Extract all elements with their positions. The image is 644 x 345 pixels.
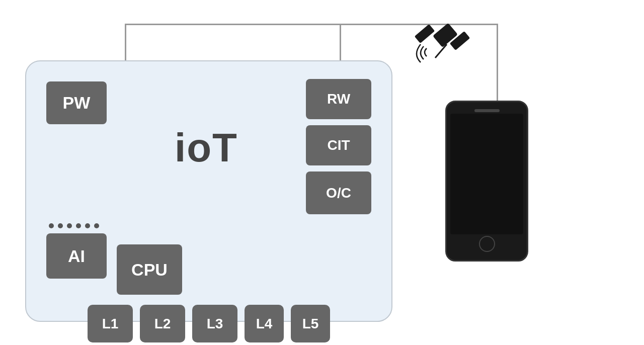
dot <box>94 223 99 228</box>
chip-l3: L3 <box>192 305 237 342</box>
connector-line-left-vert <box>125 24 126 62</box>
phone-speaker <box>474 109 500 112</box>
chip-rw: RW <box>306 79 371 119</box>
dot <box>67 223 72 228</box>
iot-board: PW ioT RW CIT O/C <box>25 60 392 322</box>
phone <box>445 101 528 262</box>
iot-label: ioT <box>175 125 238 171</box>
dot <box>49 223 54 228</box>
dot <box>76 223 81 228</box>
chip-l4: L4 <box>245 305 284 342</box>
phone-home-button <box>479 236 495 252</box>
chip-cit: CIT <box>306 125 371 165</box>
chip-ai: AI <box>46 233 107 279</box>
dot <box>58 223 63 228</box>
connector-line-right-vert-board <box>340 24 341 62</box>
phone-screen <box>450 114 523 234</box>
connector-line-top-horiz <box>125 24 341 25</box>
svg-rect-1 <box>415 24 435 43</box>
chip-oc: O/C <box>306 171 371 214</box>
svg-line-3 <box>435 44 447 58</box>
chip-l2: L2 <box>140 305 185 342</box>
chip-l1: L1 <box>88 305 133 342</box>
chip-l5: L5 <box>291 305 330 342</box>
satellite-icon <box>408 5 478 70</box>
chip-pw: PW <box>46 81 107 124</box>
bottom-chips-row: L1 L2 L3 L4 L5 <box>46 305 371 345</box>
dot <box>85 223 90 228</box>
main-container: PW ioT RW CIT O/C <box>0 0 644 345</box>
dots-row <box>46 219 107 229</box>
chip-cpu: CPU <box>117 244 182 295</box>
connector-right-vert <box>497 24 498 113</box>
